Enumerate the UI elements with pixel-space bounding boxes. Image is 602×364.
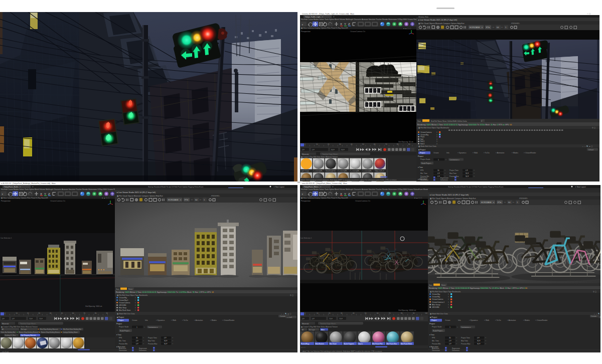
- svg-text:▦ Create X-Ray Edit Vie: ▦ Create X-Ray Edit View Select Material…: [301, 156, 338, 158]
- svg-text:Objects: Objects: [358, 343, 363, 345]
- svg-text:Basket Supports: Basket Supports: [344, 343, 354, 345]
- svg-text:Izakaya Building Materi: Izakaya Building Materi: [63, 331, 78, 333]
- svg-text:70: 70: [385, 143, 387, 145]
- svg-text:OctaneCamera: OctaneCamera: [432, 298, 443, 300]
- svg-text:▦ Create X-Ray Edit Vie: ▦ Create X-Ray Edit View Select Material…: [301, 326, 338, 328]
- svg-text:90: 90: [106, 312, 108, 314]
- svg-text:No Layer: No Layer: [309, 329, 315, 331]
- svg-text:C_crossingSE_: C_crossingSE_: [350, 170, 360, 172]
- svg-text:Bike Shop: Bike Shop: [119, 307, 126, 309]
- svg-text:Timeline Dope Sheet...: Timeline Dope Sheet...: [322, 153, 339, 155]
- svg-text:Bike Group: Bike Group: [432, 304, 440, 306]
- svg-text:▸ Live Viewer Studio 2021.14: ▸ Live Viewer Studio 2021.14 (R5 (7 days…: [418, 19, 458, 21]
- svg-text:TokyoPack_Bikes... ×: TokyoPack_Bikes... ×: [304, 186, 321, 188]
- svg-text:0:: 0:: [135, 309, 136, 311]
- svg-text:a 4D R25 S'l - [TokyoPack_Buil: a 4D R25 S'l - [TokyoPack_Buildings_Mark…: [1, 183, 56, 185]
- svg-text:C_crossingSE_: C_crossingSE_: [314, 170, 324, 172]
- svg-text:✦ New Layout: ✦ New Layout: [575, 186, 586, 188]
- svg-text:OctaneCamera Ov: OctaneCamera Ov: [50, 200, 65, 202]
- svg-text:75 F: 75 F: [329, 318, 333, 320]
- svg-text:0 F: 0 F: [302, 149, 305, 151]
- svg-text:C_crossingSE_: C_crossingSE_: [363, 170, 373, 172]
- svg-text:Custom: Custom: [591, 315, 596, 317]
- svg-text:80: 80: [401, 312, 403, 314]
- svg-text:0 F: 0 F: [302, 318, 305, 320]
- svg-text:OctaneSky: OctaneSky: [119, 297, 127, 299]
- svg-text:75 F: 75 F: [339, 318, 343, 320]
- svg-text:Bike Frame Blue: Bike Frame Blue: [386, 343, 397, 345]
- svg-text:Tokyo_Traffic_Ligh... ×: Tokyo_Traffic_Ligh... ×: [305, 16, 323, 18]
- svg-text:Mini Rush Store Building Mat: Mini Rush Store Building Mat: [63, 328, 81, 330]
- svg-text:80: 80: [397, 143, 399, 145]
- svg-text:50: 50: [365, 312, 367, 314]
- svg-text:0:: 0:: [448, 301, 449, 303]
- svg-text:◂ ▢ ▢: ◂ ▢ ▢: [301, 346, 306, 348]
- svg-text:40: 40: [50, 312, 52, 314]
- svg-text:+: +: [32, 186, 34, 188]
- svg-text:Painted/Bags: Painted/Bags: [301, 343, 310, 345]
- svg-text:Timeline Dope Sheet...: Timeline Dope Sheet...: [20, 323, 37, 325]
- svg-text:60: 60: [374, 143, 376, 145]
- svg-text:▦ Create X-Ray Edit Vie: ▦ Create X-Ray Edit View Select Material…: [1, 326, 38, 328]
- svg-text:0 F: 0 F: [2, 318, 5, 320]
- svg-text:20: 20: [328, 143, 330, 145]
- svg-text:OctaneSky: OctaneSky: [432, 296, 440, 298]
- svg-text:70: 70: [84, 312, 86, 314]
- svg-text:0:: 0:: [448, 304, 449, 306]
- svg-text:ema 4D R25 S'l - [TokyoPack_Bi: ema 4D R25 S'l - [TokyoPack_Bikes_Octane…: [302, 183, 347, 185]
- svg-text:OctaneCamera.1: OctaneCamera.1: [432, 301, 444, 303]
- svg-text:0:: 0:: [448, 296, 449, 298]
- svg-text:⚲ ▢: ⚲ ▢: [592, 127, 595, 129]
- svg-text:Custom: Custom: [280, 315, 285, 317]
- svg-text:Mini Rush Store: Mini Rush Store: [119, 309, 131, 311]
- svg-text:End Ref Noise Shine: End Ref Noise Shine 1000m/WdN 1000m Dett…: [431, 120, 467, 122]
- svg-text:0:: 0:: [135, 297, 136, 299]
- svg-text:Noise: Noise: [128, 288, 133, 290]
- svg-text:0:: 0:: [436, 138, 438, 140]
- svg-text:Rendering: 100% Ms/sec 0 Ti: Rendering: 100% Ms/sec 0 Time: 00:00:31/…: [116, 291, 214, 293]
- svg-text:+: +: [332, 186, 334, 188]
- svg-text:Startup Standard Model S: Startup Standard Model Sculpt UV Edit Pa…: [148, 186, 203, 188]
- svg-text:90 F: 90 F: [331, 149, 335, 151]
- svg-text:Start: Start: [429, 284, 432, 286]
- svg-text:0:: 0:: [436, 134, 438, 136]
- svg-text:Materials: Materials: [302, 323, 309, 325]
- svg-text:0:: 0:: [448, 306, 449, 308]
- svg-text:TokyoPack_Build... ×: TokyoPack_Build... ×: [4, 186, 21, 188]
- svg-text:Materials: Materials: [2, 323, 9, 325]
- svg-text:● ▲ ▢ ▢: ● ▲ ▢ ▢: [102, 197, 110, 199]
- svg-text:Light Orange: Light Orange: [301, 170, 310, 172]
- svg-text:Perspective: Perspective: [1, 200, 11, 202]
- svg-text:90 F: 90 F: [341, 149, 345, 151]
- svg-text:Startup Standard Model S: Startup Standard Model Sculpt UV Edit Pa…: [448, 186, 503, 188]
- svg-text:0:: 0:: [135, 307, 136, 309]
- svg-text:0:: 0:: [448, 293, 449, 295]
- svg-text:File Edit Create Modes Select: File Edit Create Modes Select Tools Spli…: [301, 19, 433, 21]
- svg-text:Noise: Noise: [441, 284, 446, 286]
- svg-text:OctaneCamera: OctaneCamera: [119, 302, 130, 304]
- svg-text:0 F: 0 F: [312, 318, 315, 320]
- svg-text:▦ File Cloud Objects Ma: ▦ File Cloud Objects Materials Compare O…: [117, 195, 163, 197]
- svg-text:75 F: 75 F: [29, 318, 33, 320]
- svg-text:0:: 0:: [436, 136, 438, 138]
- svg-text:-FINISHED-: -FINISHED-: [511, 23, 521, 25]
- svg-text:OctaneSky: OctaneSky: [420, 134, 428, 136]
- svg-text:GROUND: GROUND: [119, 304, 126, 306]
- svg-text:-FINISHED-: -FINISHED-: [519, 198, 529, 200]
- svg-text:0:: 0:: [135, 299, 136, 301]
- svg-text:▦ File Cloud Objects Ma: ▦ File Cloud Objects Materials Compare O…: [418, 23, 464, 25]
- svg-text:Rendering: 100% Ms/sec 0 Ti: Rendering: 100% Ms/sec 0 Time: 00:02:11/…: [417, 124, 512, 126]
- svg-text:Bike Frame Metal: Bike Frame Metal: [401, 343, 412, 345]
- svg-text:40: 40: [351, 143, 353, 145]
- svg-text:OctaneCamera Ov: OctaneCamera Ov: [355, 200, 370, 202]
- svg-text:Z: Z: [481, 120, 482, 122]
- svg-text:...ess X-ray: ...ess X-ray: [1, 351, 9, 353]
- svg-text:90: 90: [413, 312, 415, 314]
- svg-text:▸ Live Viewer Studio 2021.14: ▸ Live Viewer Studio 2021.14 (R5 (7 days…: [117, 192, 156, 194]
- svg-text:File Edit Create Modes Select: File Edit Create Modes Select Tools Spli…: [301, 189, 433, 191]
- svg-text:File Edit Create Modes Select: File Edit Create Modes Select Tools Spli…: [1, 189, 133, 191]
- svg-text:20: 20: [27, 312, 29, 314]
- svg-text:-FINISHED-: -FINISHED-: [211, 195, 221, 197]
- svg-text:80: 80: [95, 312, 97, 314]
- svg-text:10: 10: [316, 143, 318, 145]
